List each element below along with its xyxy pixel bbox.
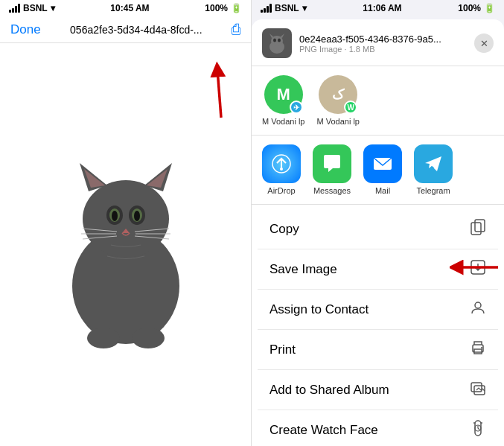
signal-icon-right — [261, 4, 272, 13]
close-button[interactable]: ✕ — [474, 34, 494, 53]
svg-rect-32 — [475, 220, 485, 232]
svg-point-40 — [481, 347, 482, 348]
nav-bar-left: Done 056a2fe3-5d34-4d4a-8fcd-... ⎙ — [0, 16, 251, 43]
svg-rect-45 — [473, 422, 475, 424]
contact-name-2: M Vodani lp — [316, 117, 359, 126]
arrow-indicator-left — [176, 58, 243, 125]
save-image-label: Save Image — [269, 262, 337, 277]
image-area — [0, 43, 251, 446]
battery-right: 100% — [458, 3, 481, 13]
telegram-badge: ✈ — [290, 101, 303, 114]
time-left: 10:45 AM — [110, 3, 149, 13]
svg-point-28 — [278, 39, 281, 42]
shared-album-label: Add to Shared Album — [269, 383, 389, 398]
action-print[interactable]: Print — [258, 330, 498, 370]
action-list: Copy Save Image — [258, 209, 498, 446]
app-airdrop[interactable]: AirDrop — [259, 144, 304, 195]
shared-album-icon — [470, 380, 486, 400]
left-panel: BSNL ▾ 10:45 AM 100% 🔋 Done 056a2fe3-5d3… — [0, 0, 252, 446]
action-shared-album[interactable]: Add to Shared Album — [258, 370, 498, 410]
svg-point-37 — [475, 302, 481, 308]
app-telegram[interactable]: Telegram — [411, 144, 456, 195]
action-copy[interactable]: Copy — [258, 209, 498, 249]
copy-icon — [470, 219, 486, 239]
wifi-icon-right: ▾ — [302, 3, 307, 13]
telegram-label: Telegram — [416, 186, 450, 195]
file-info: 0e24eaa3-f505-4346-8376-9a5... PNG Image… — [299, 34, 467, 54]
contact-initial: M — [277, 85, 290, 104]
battery-left: 100% — [205, 3, 228, 13]
file-thumbnail — [262, 28, 292, 58]
watch-face-icon — [470, 420, 486, 440]
action-save-image[interactable]: Save Image — [258, 249, 498, 290]
copy-label: Copy — [269, 222, 299, 237]
watch-face-label: Create Watch Face — [269, 423, 378, 438]
svg-point-27 — [273, 39, 276, 42]
svg-point-13 — [134, 211, 140, 221]
contact-avatar-k: ک W — [319, 75, 357, 114]
cat-image — [44, 141, 208, 349]
battery-area-left: 100% 🔋 — [205, 3, 242, 13]
svg-point-30 — [280, 168, 283, 171]
svg-rect-33 — [471, 223, 481, 235]
action-watch-face[interactable]: Create Watch Face — [258, 410, 498, 446]
battery-icon-right: 🔋 — [484, 3, 495, 13]
print-icon — [470, 340, 486, 360]
svg-marker-25 — [269, 34, 274, 38]
right-panel: BSNL ▾ 11:06 AM 100% 🔋 — [252, 0, 504, 446]
contact-avatar-m: M ✈ — [264, 75, 303, 114]
carrier-right-label: BSNL — [275, 3, 299, 13]
svg-rect-39 — [474, 349, 482, 354]
done-button-left[interactable]: Done — [10, 22, 41, 37]
filename: 0e24eaa3-f505-4346-8376-9a5... — [299, 34, 467, 45]
action-assign-contact[interactable]: Assign to Contact — [258, 290, 498, 330]
save-image-icon — [470, 259, 486, 279]
contact-item[interactable]: M ✈ M Vodani lp — [262, 75, 304, 126]
share-button-left[interactable]: ⎙ — [232, 21, 240, 38]
contact-initial-2: ک — [332, 86, 344, 103]
svg-line-1 — [217, 69, 221, 118]
print-label: Print — [269, 343, 296, 357]
carrier-left: BSNL ▾ — [9, 3, 55, 13]
airdrop-label: AirDrop — [267, 186, 295, 195]
apps-row: AirDrop Messages Mail — [252, 136, 504, 205]
share-sheet: 0e24eaa3-f505-4346-8376-9a5... PNG Image… — [252, 19, 504, 446]
file-title-left: 056a2fe3-5d34-4d4a-8fcd-... — [70, 24, 202, 36]
mail-icon — [363, 144, 402, 183]
carrier-right: BSNL ▾ — [261, 3, 307, 13]
status-bar-left: BSNL ▾ 10:45 AM 100% 🔋 — [0, 0, 251, 16]
svg-point-12 — [112, 211, 118, 221]
svg-point-21 — [87, 328, 120, 348]
signal-icon — [9, 4, 20, 13]
svg-rect-46 — [481, 422, 482, 424]
assign-contact-icon — [470, 299, 486, 319]
share-header: 0e24eaa3-f505-4346-8376-9a5... PNG Image… — [252, 19, 504, 66]
file-meta: PNG Image · 1.8 MB — [299, 45, 467, 54]
svg-rect-41 — [471, 383, 482, 392]
battery-icon-left: 🔋 — [231, 3, 242, 13]
time-right: 11:06 AM — [363, 3, 401, 13]
contact-name-1: M Vodani lp — [262, 117, 304, 126]
svg-marker-26 — [280, 34, 284, 38]
messages-icon — [313, 144, 351, 183]
contacts-row: M ✈ M Vodani lp ک W M Vodani lp — [252, 66, 504, 136]
messages-label: Messages — [313, 186, 351, 195]
app-messages[interactable]: Messages — [310, 144, 354, 195]
contact-item-2[interactable]: ک W M Vodani lp — [316, 75, 359, 126]
telegram-icon — [414, 144, 453, 183]
mail-label: Mail — [375, 186, 390, 195]
whatsapp-badge: W — [344, 101, 357, 114]
wifi-icon-left: ▾ — [51, 3, 55, 13]
app-mail[interactable]: Mail — [360, 144, 405, 195]
svg-point-22 — [132, 328, 165, 348]
status-bar-right: BSNL ▾ 11:06 AM 100% 🔋 — [252, 0, 504, 16]
battery-area-right: 100% 🔋 — [458, 3, 495, 13]
assign-contact-label: Assign to Contact — [269, 302, 369, 317]
airdrop-icon — [262, 144, 301, 183]
svg-rect-42 — [474, 386, 485, 395]
carrier-left-label: BSNL — [23, 3, 48, 13]
action-section-wrapper: Copy Save Image — [252, 205, 504, 446]
svg-point-3 — [83, 180, 169, 258]
